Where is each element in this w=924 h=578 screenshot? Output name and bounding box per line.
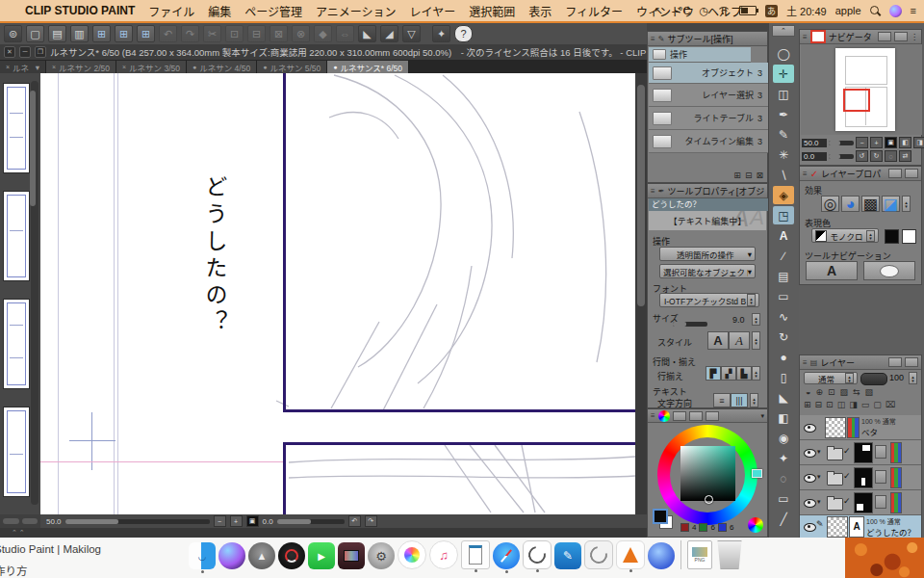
visibility-eye-icon[interactable] bbox=[804, 474, 816, 483]
chevron-down-icon[interactable]: ▾ bbox=[760, 412, 764, 420]
dock-launchpad-icon[interactable]: ▲ bbox=[248, 542, 275, 569]
info-tab-icon[interactable] bbox=[894, 32, 908, 41]
align-center-button[interactable]: ▞ bbox=[721, 366, 736, 381]
size-value[interactable]: 9.0 bbox=[732, 315, 745, 325]
transfer-icon[interactable]: ◨ bbox=[849, 400, 858, 409]
menu-layer[interactable]: レイヤー bbox=[410, 3, 456, 19]
ruler-link-icon[interactable]: ⇆ bbox=[853, 387, 860, 397]
mask-icon[interactable]: ▢ bbox=[873, 400, 882, 409]
dock-dashboard-icon[interactable] bbox=[278, 542, 305, 569]
frame-mask-thumbnail[interactable] bbox=[854, 442, 873, 463]
canvas[interactable]: どうしたの？ bbox=[40, 73, 635, 514]
navigator-zoom-slider[interactable] bbox=[829, 141, 854, 145]
tool-zoom[interactable]: ◯ bbox=[773, 44, 794, 63]
font-dropdown[interactable]: I-OTFアンチックStd B bbox=[659, 293, 759, 307]
document-tab-4[interactable]: ●ルネサン 4/50 bbox=[187, 61, 257, 73]
layer-color-chip[interactable] bbox=[890, 467, 902, 488]
save-icon[interactable]: ▥ bbox=[70, 25, 89, 42]
nav-reset-icon[interactable]: ⇄ bbox=[899, 150, 911, 162]
collapse-arrow-icon[interactable]: ▾ bbox=[817, 473, 821, 481]
spotlight-icon[interactable] bbox=[870, 6, 881, 16]
undo-icon[interactable]: ↶ bbox=[159, 25, 177, 42]
sidebar-slider[interactable] bbox=[22, 518, 38, 524]
dock-safari-icon[interactable] bbox=[493, 542, 520, 569]
rotate-right-icon[interactable]: ↷ bbox=[365, 515, 377, 527]
page-thumbnail-1[interactable] bbox=[3, 83, 30, 173]
tool-text[interactable]: A bbox=[773, 226, 794, 245]
canvas-zoom-slider[interactable] bbox=[65, 519, 210, 524]
copy-icon[interactable]: ⊡ bbox=[225, 25, 244, 42]
dock-libreoffice-icon[interactable] bbox=[461, 540, 490, 569]
delete-subtool-icon[interactable]: ⊠ bbox=[756, 171, 763, 180]
canvas-vertical-scrollbar[interactable] bbox=[635, 73, 647, 514]
navigator-tab-icon[interactable] bbox=[810, 30, 826, 43]
tool-operation[interactable]: ◫ bbox=[773, 85, 794, 103]
snap-ruler-icon[interactable]: ◣ bbox=[358, 25, 376, 42]
tool-tone-gradient[interactable]: ◧ bbox=[773, 408, 794, 427]
academy-icon[interactable]: ✦ bbox=[432, 25, 450, 42]
frame-mask-thumbnail[interactable] bbox=[854, 492, 873, 513]
direction-stepper[interactable] bbox=[750, 393, 758, 407]
layer-color-chip[interactable] bbox=[890, 492, 902, 513]
export-icon[interactable]: ⊞ bbox=[137, 25, 155, 42]
transparent-op-dropdown[interactable]: 透明箇所の操作▾ bbox=[659, 247, 756, 261]
menu-edit[interactable]: 編集 bbox=[208, 3, 231, 19]
menu-selection[interactable]: 選択範囲 bbox=[469, 3, 515, 19]
subtool-item-timeline-edit[interactable]: タイムライン編集3 bbox=[649, 130, 768, 153]
text-vertical-button[interactable]: ||| bbox=[731, 393, 748, 407]
panel-menu-icon[interactable]: ≡ bbox=[651, 35, 655, 43]
navigator-preview[interactable] bbox=[801, 44, 922, 135]
dock-clip-studio-icon[interactable] bbox=[584, 540, 613, 569]
tool-move[interactable]: ✛ bbox=[773, 65, 794, 83]
dock-photos-icon[interactable] bbox=[398, 540, 426, 569]
layer-color-chip[interactable] bbox=[890, 442, 902, 463]
tool-balloon[interactable]: ● bbox=[773, 348, 794, 366]
tool-liquify[interactable]: ∕ bbox=[773, 247, 794, 265]
subtool-item-object[interactable]: オブジェクト3 bbox=[649, 63, 768, 84]
visibility-eye-icon[interactable] bbox=[804, 499, 816, 508]
window-close-button[interactable]: ✕ bbox=[4, 46, 15, 58]
layers-tab3-icon[interactable] bbox=[905, 357, 918, 367]
dock-photo-booth-icon[interactable] bbox=[338, 542, 365, 569]
dock-trash-icon[interactable] bbox=[715, 540, 744, 569]
color-slider-tab-icon[interactable] bbox=[673, 411, 686, 421]
tool-object[interactable]: ◳ bbox=[773, 206, 794, 224]
effect-tone-icon[interactable]: ◕ bbox=[841, 196, 860, 212]
tool-decoration[interactable]: ∖ bbox=[773, 166, 794, 184]
dock-png-file-icon[interactable]: PNG bbox=[687, 540, 712, 569]
layerprop-tab-icon[interactable] bbox=[905, 169, 918, 178]
draw-white-swatch[interactable] bbox=[902, 229, 916, 244]
rotate-left-icon[interactable]: ↶ bbox=[348, 515, 361, 527]
layer-row-folder-3[interactable]: ▾ ✓ bbox=[800, 490, 921, 515]
delete-outside-icon[interactable]: ⊗ bbox=[292, 25, 310, 42]
opacity-stepper[interactable] bbox=[909, 372, 917, 384]
layer-row-text-selected[interactable]: ✎ A 100 % 通常 どうしたの？ bbox=[800, 515, 921, 539]
app-menu[interactable]: CLIP STUDIO PAINT bbox=[25, 4, 135, 17]
size-stepper[interactable] bbox=[752, 313, 760, 326]
menu-filter[interactable]: フィルター bbox=[565, 3, 623, 19]
tool-ellipse[interactable]: ◌ bbox=[773, 469, 794, 487]
paste-icon[interactable]: ⊟ bbox=[247, 25, 266, 42]
help-icon[interactable]: ? bbox=[454, 25, 473, 42]
color-wheel-tab-icon[interactable] bbox=[658, 410, 670, 422]
opacity-value[interactable]: 100 bbox=[889, 373, 904, 382]
collapse-arrow-icon[interactable]: ▾ bbox=[817, 498, 821, 506]
tool-pen[interactable]: ✒ bbox=[773, 105, 794, 123]
dock-system-preferences-icon[interactable]: ⚙ bbox=[368, 542, 395, 569]
speech-text[interactable]: どうしたの？ bbox=[192, 175, 231, 368]
temperature-status[interactable]: --°C bbox=[672, 5, 691, 16]
pin-icon[interactable]: ⊕ bbox=[815, 387, 823, 397]
sv-marker[interactable] bbox=[705, 495, 713, 504]
nav-zoom-in-icon[interactable]: + bbox=[870, 137, 883, 148]
nav-rotate-left-icon[interactable]: ↺ bbox=[856, 150, 868, 162]
layers-tab2-icon[interactable] bbox=[888, 357, 902, 367]
tool-line[interactable]: ╱ bbox=[773, 510, 794, 528]
window-zoom-button[interactable]: ❐ bbox=[35, 46, 46, 58]
dock-clip-studio-paint-icon[interactable] bbox=[523, 540, 552, 569]
subtool-group-tab[interactable]: 操作 bbox=[649, 47, 751, 63]
combine-icon[interactable]: ▭ bbox=[861, 400, 870, 409]
nav-flip-h-icon[interactable]: ◧ bbox=[899, 137, 911, 148]
style-italic-button[interactable]: A bbox=[729, 331, 750, 350]
page-thumbnail-3[interactable] bbox=[3, 299, 30, 389]
fill-toolbar-icon[interactable]: ◆ bbox=[314, 25, 332, 42]
